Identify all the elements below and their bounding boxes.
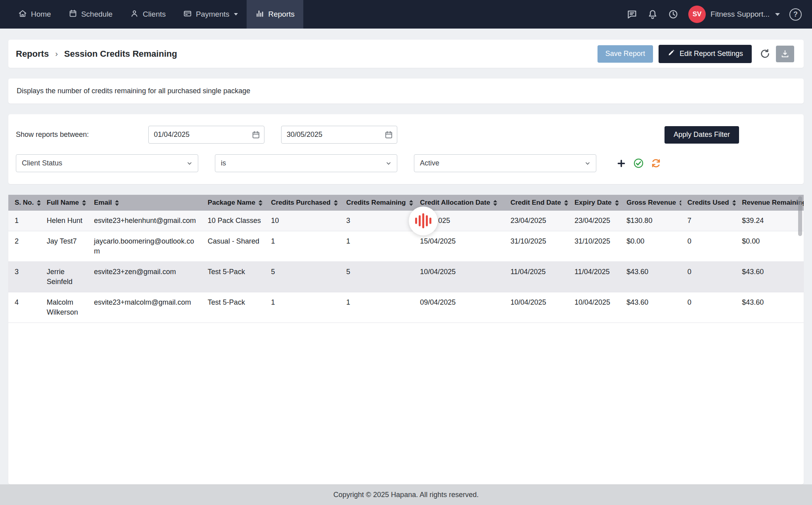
table-cell: $43.60 [735, 262, 804, 292]
filter-operator-select[interactable]: is [215, 154, 397, 172]
avatar[interactable]: SV [688, 6, 706, 23]
table-row: 3Jerrie Seinfeldesvite23+zen@gmail.comTe… [8, 262, 804, 292]
sort-icon[interactable] [679, 200, 681, 206]
report-table: S. No.Full NameEmailPackage NameCredits … [8, 195, 804, 323]
column-header-revenue-remaining[interactable]: Revenue Remaining [735, 195, 804, 211]
column-header-credits-remaining[interactable]: Credits Remaining [340, 195, 414, 211]
sort-icon[interactable] [82, 200, 86, 206]
sort-icon[interactable] [259, 200, 262, 206]
table-cell: 3 [8, 262, 40, 292]
loading-spinner [409, 206, 438, 235]
table-cell: 3 [340, 211, 414, 231]
nav-item-clients[interactable]: Clients [121, 0, 174, 29]
sort-icon[interactable] [564, 200, 568, 206]
apply-dates-filter-button[interactable]: Apply Dates Filter [665, 126, 739, 144]
table-cell: 1 [264, 231, 340, 262]
card-icon [183, 9, 192, 20]
calendar-icon[interactable] [251, 130, 260, 139]
filter-field-value: Client Status [22, 159, 62, 167]
filter-value-select[interactable]: Active [414, 154, 596, 172]
apply-filter-button[interactable] [633, 158, 644, 169]
date-from-input[interactable] [148, 126, 264, 144]
filter-field-select[interactable]: Client Status [16, 154, 198, 172]
sync-icon [651, 158, 661, 169]
sort-icon[interactable] [115, 200, 119, 206]
column-label: Credits Purchased [271, 199, 330, 207]
table-body: 1Helen Huntesvite23+helenhunt@gmail.com1… [8, 211, 804, 323]
table-cell: Malcolm Wilkerson [40, 292, 88, 323]
column-label: Credits Remaining [346, 199, 406, 207]
date-filter-row: Show reports between: Apply Dates Filter [16, 126, 795, 144]
table-cell: esvite23+zen@gmail.com [88, 262, 201, 292]
sort-icon[interactable] [615, 200, 619, 206]
download-button[interactable] [776, 46, 794, 62]
table-header-row: S. No.Full NameEmailPackage NameCredits … [8, 195, 804, 211]
table-cell: 1 [8, 211, 40, 231]
table-row: 2Jay Test7jaycarlo.boomering@outlook.com… [8, 231, 804, 262]
help-icon[interactable]: ? [789, 8, 802, 21]
nav-item-reports[interactable]: Reports [247, 0, 303, 29]
edit-report-settings-label: Edit Report Settings [680, 50, 743, 58]
nav-label: Schedule [81, 10, 113, 19]
column-header-credits-used[interactable]: Credits Used [681, 195, 735, 211]
report-table-card: S. No.Full NameEmailPackage NameCredits … [8, 195, 804, 484]
column-header-full-name[interactable]: Full Name [40, 195, 88, 211]
column-header-credits-purchased[interactable]: Credits Purchased [264, 195, 340, 211]
save-report-button[interactable]: Save Report [598, 45, 653, 63]
edit-report-settings-button[interactable]: Edit Report Settings [659, 45, 752, 63]
column-header-s-no[interactable]: S. No. [8, 195, 40, 211]
table-cell: $0.00 [620, 231, 681, 262]
page-title: Session Credits Remaining [64, 49, 177, 59]
table-cell: 4 [8, 292, 40, 323]
nav-item-payments[interactable]: Payments [174, 0, 247, 29]
date-to-input[interactable] [281, 126, 397, 144]
table-cell: 10/04/2025 [568, 292, 620, 323]
column-header-email[interactable]: Email [88, 195, 201, 211]
bell-icon[interactable] [647, 9, 658, 20]
download-icon [781, 50, 789, 58]
sort-icon[interactable] [493, 200, 497, 206]
nav-label: Reports [268, 10, 295, 19]
history-clock-icon[interactable] [668, 9, 679, 20]
column-header-gross-revenue[interactable]: Gross Revenue [620, 195, 681, 211]
nav-item-schedule[interactable]: Schedule [60, 0, 121, 29]
table-scrollbar[interactable] [798, 196, 802, 236]
filter-operator-value: is [221, 159, 226, 167]
column-label: Credits Used [688, 199, 729, 207]
sort-icon[interactable] [732, 200, 735, 206]
table-cell: 0 [681, 262, 735, 292]
calendar-icon[interactable] [384, 130, 393, 139]
table-cell: Helen Hunt [40, 211, 88, 231]
check-circle-icon [633, 158, 644, 169]
chat-icon[interactable] [626, 9, 638, 20]
breadcrumb-section[interactable]: Reports [16, 49, 49, 59]
column-label: Credit End Date [510, 199, 561, 207]
account-name: Fitness Support... [710, 10, 770, 19]
table-cell: 2 [8, 231, 40, 262]
user-menu[interactable]: SV Fitness Support... [688, 6, 780, 23]
nav-item-home[interactable]: Home [10, 0, 60, 29]
table-cell: Casual - Shared [201, 231, 265, 262]
refresh-icon[interactable] [760, 48, 770, 59]
copyright-text: Copyright © 2025 Hapana. All rights rese… [333, 491, 479, 499]
table-cell: Jay Test7 [40, 231, 88, 262]
sort-icon[interactable] [334, 200, 338, 206]
column-label: Email [94, 199, 112, 207]
table-cell: 5 [264, 262, 340, 292]
report-description: Displays the number of credits remaining… [17, 87, 250, 95]
sort-icon[interactable] [37, 200, 40, 206]
plus-icon [616, 158, 626, 169]
column-header-credit-end-date[interactable]: Credit End Date [504, 195, 568, 211]
column-header-expiry-date[interactable]: Expiry Date [568, 195, 620, 211]
table-cell: 0 [681, 292, 735, 323]
sort-icon[interactable] [409, 200, 413, 206]
table-cell: 1 [264, 292, 340, 323]
main-content: Reports › Session Credits Remaining Save… [0, 29, 812, 484]
nav-label: Clients [143, 10, 166, 19]
add-filter-button[interactable] [616, 158, 626, 169]
reset-filter-button[interactable] [651, 158, 661, 169]
date-to-wrap [281, 126, 397, 144]
column-header-package-name[interactable]: Package Name [201, 195, 265, 211]
nav-label: Payments [196, 10, 229, 19]
table-cell: $43.60 [620, 292, 681, 323]
